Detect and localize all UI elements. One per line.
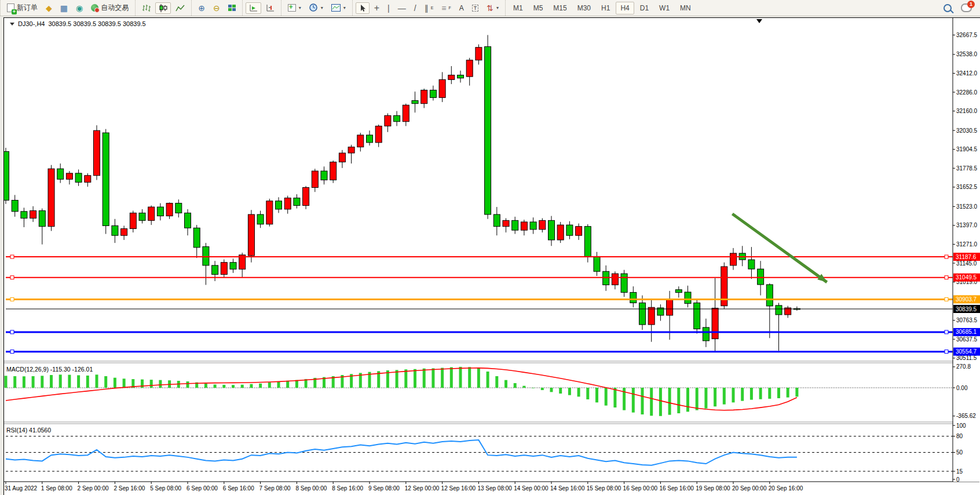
svg-text:16 Sep 16:00: 16 Sep 16:00: [659, 485, 694, 492]
auto-trading-icon: [91, 4, 98, 12]
macd-indicator-label: MACD(12,26,9) -115.30 -126.01: [6, 366, 93, 373]
candlestick-chart-icon: [159, 4, 167, 12]
channel-icon: ∥: [425, 4, 429, 12]
periods-caret-icon: ▾: [321, 5, 323, 10]
svg-text:7 Sep 08:00: 7 Sep 08:00: [259, 485, 291, 492]
chart-shift-button[interactable]: [262, 2, 278, 14]
fibonacci-icon: ≡: [441, 4, 446, 12]
timeframe-h1[interactable]: H1: [597, 2, 615, 14]
drawing-tools-group: + | — / ∥E ≡F A T ⇅▾: [352, 0, 505, 16]
indicators-icon: [288, 4, 296, 12]
arrows-tool-icon: ⇅: [487, 4, 493, 12]
auto-trading-button[interactable]: 自动交易: [87, 1, 132, 14]
svg-text:32667.5: 32667.5: [956, 32, 978, 38]
cursor-tool-button[interactable]: [356, 2, 370, 14]
zoom-out-icon: ⊖: [213, 4, 220, 12]
text-tool-label: A: [459, 4, 464, 12]
svg-text:31187.6: 31187.6: [956, 254, 977, 260]
timeframe-d1[interactable]: D1: [635, 2, 653, 14]
svg-text:13 Sep 08:00: 13 Sep 08:00: [477, 485, 512, 492]
svg-text:20 Sep 00:00: 20 Sep 00:00: [732, 485, 767, 492]
svg-text:32412.0: 32412.0: [956, 70, 978, 77]
svg-text:2 Sep 16:00: 2 Sep 16:00: [114, 485, 145, 492]
svg-text:270.8: 270.8: [956, 363, 971, 370]
new-order-button[interactable]: 新订单: [3, 1, 41, 14]
text-tool-button[interactable]: A: [456, 2, 467, 14]
crosshair-tool-button[interactable]: +: [371, 2, 383, 14]
chart-canvas[interactable]: 32667.532538.032412.032286.032160.032030…: [4, 18, 980, 495]
timeframe-m5[interactable]: M5: [529, 2, 548, 14]
signal-button[interactable]: ◉: [72, 2, 86, 14]
svg-text:31778.5: 31778.5: [956, 165, 978, 172]
auto-scroll-icon: [249, 4, 258, 12]
svg-text:20 Sep 16:00: 20 Sep 16:00: [769, 485, 803, 492]
trading-terminal: 新订单 ◆ ▦ ◉ 自动交易 ⊕ ⊖ ▾ ▾ ▾: [0, 0, 980, 495]
bar-chart-icon: [142, 4, 151, 12]
candlestick-chart-button[interactable]: [155, 2, 171, 14]
periods-button[interactable]: ▾: [306, 2, 327, 14]
svg-text:31652.5: 31652.5: [956, 184, 978, 190]
vertical-line-tool-button[interactable]: |: [384, 2, 393, 14]
new-order-label: 新订单: [17, 3, 38, 13]
arrows-caret-icon: ▾: [496, 5, 499, 10]
one-click-trading-toggle-icon[interactable]: [10, 23, 14, 26]
market-watch-button[interactable]: ▦: [57, 2, 71, 14]
svg-text:-365.62: -365.62: [956, 413, 976, 419]
auto-trading-label: 自动交易: [101, 3, 129, 13]
svg-text:12 Sep 00:00: 12 Sep 00:00: [405, 485, 440, 492]
svg-text:32030.5: 32030.5: [956, 128, 978, 134]
svg-text:31 Aug 2022: 31 Aug 2022: [5, 485, 38, 492]
timeframe-h4[interactable]: H4: [616, 2, 634, 14]
timeframe-w1[interactable]: W1: [654, 2, 674, 14]
eraser-button[interactable]: ◆: [42, 2, 56, 14]
horizontal-line-icon: —: [398, 4, 406, 12]
timeframe-mn[interactable]: MN: [675, 2, 696, 14]
svg-text:30511.5: 30511.5: [956, 355, 977, 361]
indicators-button[interactable]: ▾: [284, 2, 305, 13]
tile-windows-button[interactable]: [225, 3, 239, 13]
svg-text:30903.7: 30903.7: [956, 296, 977, 303]
label-tool-button[interactable]: T: [469, 3, 482, 13]
search-icon[interactable]: [944, 4, 952, 12]
svg-text:14 Sep 00:00: 14 Sep 00:00: [514, 485, 548, 492]
svg-text:15: 15: [956, 468, 963, 475]
trendline-icon: /: [414, 4, 416, 12]
chart-shift-icon: [266, 4, 275, 12]
horizontal-line-tool-button[interactable]: —: [394, 2, 409, 14]
zoom-in-button[interactable]: ⊕: [195, 2, 209, 14]
zoom-group: ⊕ ⊖: [191, 0, 242, 16]
chart-type-group: [135, 0, 191, 16]
svg-text:31049.5: 31049.5: [956, 274, 977, 281]
templates-button[interactable]: ▾: [328, 2, 349, 13]
bar-chart-button[interactable]: [138, 2, 154, 14]
chart-window[interactable]: DJ30-,H4 30839.5 30839.5 30839.5 30839.5…: [3, 17, 980, 495]
line-chart-button[interactable]: [172, 2, 188, 14]
timeframe-m30[interactable]: M30: [573, 2, 595, 14]
clock-icon: [309, 3, 318, 12]
svg-text:32286.0: 32286.0: [956, 89, 978, 96]
svg-text:30637.5: 30637.5: [956, 336, 978, 343]
new-order-icon: [7, 3, 14, 12]
svg-text:0: 0: [956, 476, 960, 483]
line-chart-icon: [175, 4, 185, 12]
channel-sub-label: E: [431, 6, 434, 10]
svg-text:19 Sep 08:00: 19 Sep 08:00: [696, 485, 730, 492]
svg-text:12 Sep 16:00: 12 Sep 16:00: [441, 485, 476, 492]
notifications-icon[interactable]: 1: [961, 3, 972, 12]
svg-text:6 Sep 16:00: 6 Sep 16:00: [223, 485, 254, 492]
svg-text:50: 50: [956, 449, 963, 456]
zoom-out-button[interactable]: ⊖: [210, 2, 224, 14]
indicators-caret-icon: ▾: [299, 5, 301, 10]
timeframe-m15[interactable]: M15: [548, 2, 571, 14]
arrows-tool-button[interactable]: ⇅▾: [483, 2, 502, 14]
svg-text:15 Sep 08:00: 15 Sep 08:00: [587, 485, 621, 492]
timeframe-m1[interactable]: M1: [509, 2, 528, 14]
svg-text:1 Sep 08:00: 1 Sep 08:00: [41, 485, 72, 492]
fibonacci-tool-button[interactable]: ≡F: [438, 2, 454, 14]
chart-header: DJ30-,H4 30839.5 30839.5 30839.5 30839.5: [10, 20, 146, 27]
auto-scroll-button[interactable]: [246, 2, 261, 14]
svg-text:6 Sep 00:00: 6 Sep 00:00: [187, 485, 218, 492]
trendline-tool-button[interactable]: /: [411, 2, 420, 14]
channel-tool-button[interactable]: ∥E: [421, 2, 437, 14]
signal-icon: ◉: [76, 4, 83, 12]
